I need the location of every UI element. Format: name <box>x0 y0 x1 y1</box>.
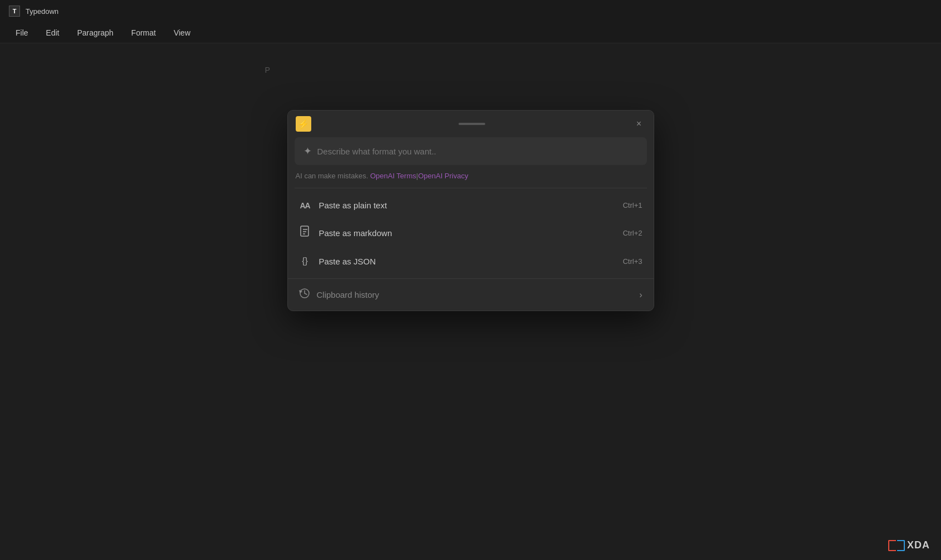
plain-text-icon: AA <box>299 201 311 210</box>
ai-input-area[interactable]: ✦ Describe what format you want.. <box>295 137 647 165</box>
title-bar: T Typedown <box>0 0 941 22</box>
dialog-drag-handle[interactable] <box>459 123 485 125</box>
menu-item-format[interactable]: Format <box>125 26 162 39</box>
app-icon: T <box>9 6 20 17</box>
editor-area: P ⚡ × ✦ Describe what format you want.. … <box>0 43 941 560</box>
xda-bracket-left <box>888 540 896 551</box>
xda-watermark: XDA <box>888 539 930 551</box>
xda-bracket-right <box>897 540 905 551</box>
dialog-header: ⚡ × <box>288 111 654 137</box>
menu-item-view[interactable]: View <box>167 26 197 39</box>
openai-privacy-link[interactable]: OpenAI Privacy <box>418 172 468 180</box>
openai-terms-link[interactable]: OpenAI Terms <box>370 172 416 180</box>
xda-text: XDA <box>907 539 930 551</box>
paste-plain-text-option[interactable]: AA Paste as plain text Ctrl+1 <box>288 193 654 218</box>
paragraph-marker: P <box>265 66 270 74</box>
paste-markdown-option[interactable]: Paste as markdown Ctrl+2 <box>288 218 654 248</box>
paste-plain-text-label: Paste as plain text <box>319 201 387 210</box>
menu-bar: File Edit Paragraph Format View <box>0 22 941 43</box>
ai-sparkle-icon: ✦ <box>303 145 312 157</box>
format-dialog: ⚡ × ✦ Describe what format you want.. AI… <box>287 110 654 311</box>
clipboard-history-icon <box>299 288 310 302</box>
menu-item-file[interactable]: File <box>9 26 35 39</box>
clipboard-history-label: Clipboard history <box>317 290 380 299</box>
xda-logo <box>888 540 905 551</box>
paste-json-label: Paste as JSON <box>319 257 376 266</box>
paste-markdown-label: Paste as markdown <box>319 228 392 238</box>
paste-options-list: AA Paste as plain text Ctrl+1 <box>288 188 654 278</box>
menu-item-paragraph[interactable]: Paragraph <box>71 26 120 39</box>
app-title: Typedown <box>26 7 58 16</box>
clipboard-history-section[interactable]: Clipboard history › <box>288 278 654 311</box>
ai-disclaimer: AI can make mistakes. OpenAI Terms|OpenA… <box>288 172 654 188</box>
paste-plain-text-shortcut: Ctrl+1 <box>623 201 642 209</box>
json-icon: {} <box>299 256 311 266</box>
dialog-close-button[interactable]: × <box>633 117 646 131</box>
paste-json-shortcut: Ctrl+3 <box>623 257 642 266</box>
paste-json-option[interactable]: {} Paste as JSON Ctrl+3 <box>288 248 654 274</box>
ai-input-placeholder: Describe what format you want.. <box>317 147 638 156</box>
clipboard-arrow-icon: › <box>639 290 642 300</box>
disclaimer-text: AI can make mistakes. <box>296 172 369 180</box>
dialog-app-icon: ⚡ <box>296 116 311 132</box>
paste-markdown-shortcut: Ctrl+2 <box>623 229 642 237</box>
menu-item-edit[interactable]: Edit <box>39 26 66 39</box>
markdown-icon <box>299 226 311 241</box>
svg-rect-0 <box>301 226 308 236</box>
